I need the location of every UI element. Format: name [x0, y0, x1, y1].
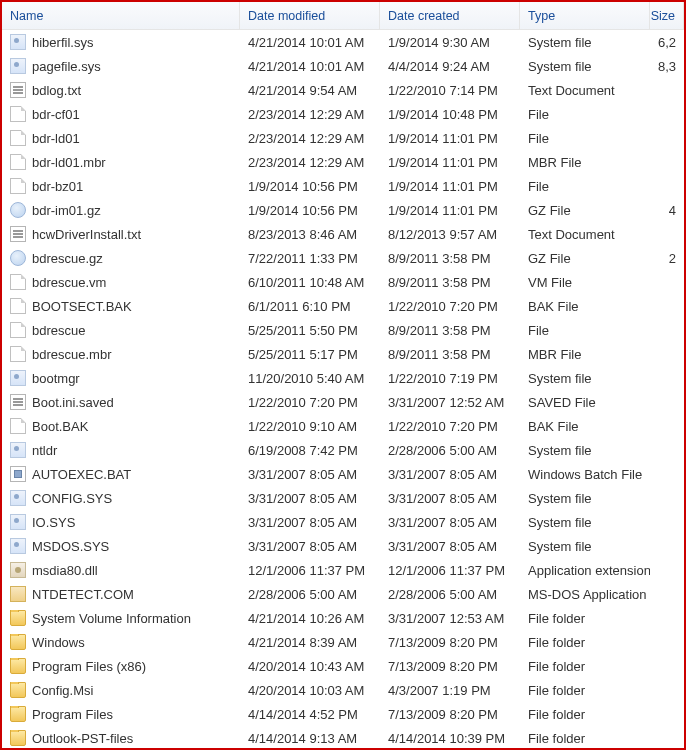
file-name: Program Files (x86) — [32, 659, 146, 674]
column-header-size[interactable]: Size — [650, 2, 684, 29]
file-type: System file — [520, 371, 650, 386]
file-modified: 3/31/2007 8:05 AM — [240, 467, 380, 482]
file-row[interactable]: Windows4/21/2014 8:39 AM7/13/2009 8:20 P… — [2, 630, 684, 654]
file-list: hiberfil.sys4/21/2014 10:01 AM1/9/2014 9… — [2, 30, 684, 750]
file-created: 3/31/2007 8:05 AM — [380, 467, 520, 482]
file-modified: 7/22/2011 1:33 PM — [240, 251, 380, 266]
file-row[interactable]: Boot.ini.saved1/22/2010 7:20 PM3/31/2007… — [2, 390, 684, 414]
file-created: 8/9/2011 3:58 PM — [380, 347, 520, 362]
file-type: File folder — [520, 731, 650, 746]
file-modified: 5/25/2011 5:50 PM — [240, 323, 380, 338]
file-row[interactable]: bdr-ld01.mbr2/23/2014 12:29 AM1/9/2014 1… — [2, 150, 684, 174]
file-type: Text Document — [520, 83, 650, 98]
file-row[interactable]: BOOTSECT.BAK6/1/2011 6:10 PM1/22/2010 7:… — [2, 294, 684, 318]
file-name: IO.SYS — [32, 515, 75, 530]
file-type: SAVED File — [520, 395, 650, 410]
sys-icon — [10, 442, 26, 458]
file-name: bdr-im01.gz — [32, 203, 101, 218]
file-created: 4/3/2007 1:19 PM — [380, 683, 520, 698]
file-row[interactable]: msdia80.dll12/1/2006 11:37 PM12/1/2006 1… — [2, 558, 684, 582]
file-icon — [10, 154, 26, 170]
file-type: System file — [520, 35, 650, 50]
file-name: msdia80.dll — [32, 563, 98, 578]
sys-icon — [10, 370, 26, 386]
file-modified: 6/19/2008 7:42 PM — [240, 443, 380, 458]
file-row[interactable]: hcwDriverInstall.txt8/23/2013 8:46 AM8/1… — [2, 222, 684, 246]
file-created: 2/28/2006 5:00 AM — [380, 443, 520, 458]
file-type: File — [520, 323, 650, 338]
file-row[interactable]: ntldr6/19/2008 7:42 PM2/28/2006 5:00 AMS… — [2, 438, 684, 462]
file-name: Config.Msi — [32, 683, 93, 698]
file-modified: 2/23/2014 12:29 AM — [240, 131, 380, 146]
file-type: VM File — [520, 275, 650, 290]
file-row[interactable]: bdrescue.gz7/22/2011 1:33 PM8/9/2011 3:5… — [2, 246, 684, 270]
file-icon — [10, 298, 26, 314]
file-type: System file — [520, 59, 650, 74]
file-created: 8/9/2011 3:58 PM — [380, 251, 520, 266]
file-modified: 4/20/2014 10:43 AM — [240, 659, 380, 674]
file-name: bdr-ld01 — [32, 131, 80, 146]
file-created: 1/22/2010 7:20 PM — [380, 419, 520, 434]
column-header-created[interactable]: Date created — [380, 2, 520, 29]
file-type: File folder — [520, 683, 650, 698]
file-name: bdlog.txt — [32, 83, 81, 98]
column-header-type[interactable]: Type — [520, 2, 650, 29]
file-row[interactable]: hiberfil.sys4/21/2014 10:01 AM1/9/2014 9… — [2, 30, 684, 54]
file-row[interactable]: bdr-im01.gz1/9/2014 10:56 PM1/9/2014 11:… — [2, 198, 684, 222]
txt-icon — [10, 394, 26, 410]
file-name: hcwDriverInstall.txt — [32, 227, 141, 242]
file-row[interactable]: bdlog.txt4/21/2014 9:54 AM1/22/2010 7:14… — [2, 78, 684, 102]
file-created: 3/31/2007 8:05 AM — [380, 539, 520, 554]
file-modified: 1/22/2010 9:10 AM — [240, 419, 380, 434]
file-row[interactable]: bdrescue5/25/2011 5:50 PM8/9/2011 3:58 P… — [2, 318, 684, 342]
file-name: bootmgr — [32, 371, 80, 386]
file-modified: 4/21/2014 10:01 AM — [240, 35, 380, 50]
file-row[interactable]: CONFIG.SYS3/31/2007 8:05 AM3/31/2007 8:0… — [2, 486, 684, 510]
file-created: 4/4/2014 9:24 AM — [380, 59, 520, 74]
file-row[interactable]: MSDOS.SYS3/31/2007 8:05 AM3/31/2007 8:05… — [2, 534, 684, 558]
file-row[interactable]: IO.SYS3/31/2007 8:05 AM3/31/2007 8:05 AM… — [2, 510, 684, 534]
column-header-name[interactable]: Name — [2, 2, 240, 29]
file-row[interactable]: AUTOEXEC.BAT3/31/2007 8:05 AM3/31/2007 8… — [2, 462, 684, 486]
file-modified: 4/14/2014 4:52 PM — [240, 707, 380, 722]
column-header-row: Name Date modified Date created Type Siz… — [2, 2, 684, 30]
file-created: 3/31/2007 12:53 AM — [380, 611, 520, 626]
file-row[interactable]: bootmgr11/20/2010 5:40 AM1/22/2010 7:19 … — [2, 366, 684, 390]
file-modified: 4/20/2014 10:03 AM — [240, 683, 380, 698]
file-created: 1/22/2010 7:19 PM — [380, 371, 520, 386]
file-created: 12/1/2006 11:37 PM — [380, 563, 520, 578]
sys-icon — [10, 538, 26, 554]
file-row[interactable]: Program Files (x86)4/20/2014 10:43 AM7/1… — [2, 654, 684, 678]
file-type: System file — [520, 539, 650, 554]
file-row[interactable]: pagefile.sys4/21/2014 10:01 AM4/4/2014 9… — [2, 54, 684, 78]
file-row[interactable]: bdrescue.vm6/10/2011 10:48 AM8/9/2011 3:… — [2, 270, 684, 294]
file-row[interactable]: Boot.BAK1/22/2010 9:10 AM1/22/2010 7:20 … — [2, 414, 684, 438]
txt-icon — [10, 226, 26, 242]
file-name: pagefile.sys — [32, 59, 101, 74]
file-row[interactable]: bdr-bz011/9/2014 10:56 PM1/9/2014 11:01 … — [2, 174, 684, 198]
folder-icon — [10, 634, 26, 650]
file-type: GZ File — [520, 203, 650, 218]
file-row[interactable]: NTDETECT.COM2/28/2006 5:00 AM2/28/2006 5… — [2, 582, 684, 606]
file-name: bdr-ld01.mbr — [32, 155, 106, 170]
file-type: File folder — [520, 611, 650, 626]
file-type: Application extension — [520, 563, 650, 578]
file-row[interactable]: bdrescue.mbr5/25/2011 5:17 PM8/9/2011 3:… — [2, 342, 684, 366]
file-modified: 1/9/2014 10:56 PM — [240, 179, 380, 194]
file-row[interactable]: bdr-cf012/23/2014 12:29 AM1/9/2014 10:48… — [2, 102, 684, 126]
file-created: 3/31/2007 8:05 AM — [380, 491, 520, 506]
gz-icon — [10, 250, 26, 266]
file-created: 1/9/2014 11:01 PM — [380, 179, 520, 194]
folder-icon — [10, 682, 26, 698]
file-name: CONFIG.SYS — [32, 491, 112, 506]
file-row[interactable]: Program Files4/14/2014 4:52 PM7/13/2009 … — [2, 702, 684, 726]
column-header-modified[interactable]: Date modified — [240, 2, 380, 29]
file-name: bdrescue.vm — [32, 275, 106, 290]
file-row[interactable]: Config.Msi4/20/2014 10:03 AM4/3/2007 1:1… — [2, 678, 684, 702]
file-row[interactable]: bdr-ld012/23/2014 12:29 AM1/9/2014 11:01… — [2, 126, 684, 150]
file-modified: 11/20/2010 5:40 AM — [240, 371, 380, 386]
file-row[interactable]: Outlook-PST-files4/14/2014 9:13 AM4/14/2… — [2, 726, 684, 750]
file-name: bdrescue — [32, 323, 85, 338]
file-icon — [10, 130, 26, 146]
file-row[interactable]: System Volume Information4/21/2014 10:26… — [2, 606, 684, 630]
